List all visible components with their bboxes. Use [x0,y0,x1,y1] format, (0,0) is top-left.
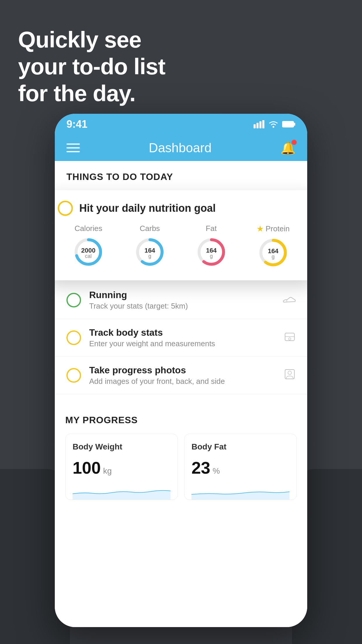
todo-photos-subtitle: Add images of your front, back, and side [89,377,276,386]
svg-rect-3 [262,120,264,128]
progress-section-title: MY PROGRESS [65,415,297,426]
svg-point-25 [289,338,291,340]
shoe-icon [283,294,296,307]
todo-body-stats-title: Track body stats [89,327,276,338]
svg-point-27 [288,371,291,374]
body-fat-card: Body Fat 23 % [184,434,297,500]
nutrition-calories: Calories 2000 cal [72,224,104,268]
headline-line1: Quickly see [18,26,165,53]
navbar: Dashboard 🔔 [55,135,307,161]
svg-rect-2 [259,121,261,128]
status-time: 9:41 [66,118,87,130]
body-fat-chart [191,482,289,500]
todo-running-subtitle: Track your stats (target: 5km) [89,302,275,311]
nutrition-card-title: Hit your daily nutrition goal [79,202,216,214]
svg-text:cal: cal [85,253,92,259]
things-to-do-header: THINGS TO DO TODAY [55,161,307,188]
body-weight-number: 100 [73,458,101,477]
body-fat-number: 23 [191,458,210,477]
todo-running-circle [66,293,81,307]
todo-item-photos[interactable]: Take progress photos Add images of your … [55,357,307,394]
svg-text:g: g [148,253,151,259]
scale-icon [284,331,296,345]
phone-mockup: 9:41 Dashboard � [55,114,307,627]
nutrition-circles: Calories 2000 cal Carbs 164 g [58,224,304,269]
headline-line2: your to-do list [18,53,165,80]
nutrition-protein: ★ Protein 164 g [256,224,289,269]
status-bar: 9:41 [55,114,307,135]
svg-text:g: g [210,253,213,259]
carbs-donut: 164 g [134,236,166,268]
svg-rect-23 [285,333,294,341]
progress-section: MY PROGRESS Body Weight 100 kg [55,403,307,500]
star-icon: ★ [256,224,264,234]
todo-photos-title: Take progress photos [89,365,276,376]
nutrition-card: Hit your daily nutrition goal Calories 2… [55,190,307,280]
todo-photos-text: Take progress photos Add images of your … [89,365,276,386]
svg-text:g: g [272,254,275,260]
nutrition-carbs: Carbs 164 g [134,224,166,268]
bell-button[interactable]: 🔔 [280,141,296,155]
svg-rect-1 [256,123,259,128]
calories-donut: 2000 cal [72,236,104,268]
nutrition-card-header: Hit your daily nutrition goal [58,201,304,216]
todo-body-stats-subtitle: Enter your weight and measurements [89,339,276,348]
todo-list: Running Track your stats (target: 5km) T… [55,281,307,394]
navbar-title: Dashboard [149,141,211,155]
body-weight-chart [73,482,171,500]
wifi-icon [268,120,279,128]
phone-content: THINGS TO DO TODAY Hit your daily nutrit… [55,161,307,627]
body-fat-title: Body Fat [191,442,289,452]
calories-label: Calories [75,224,102,233]
signal-icon [254,120,265,128]
headline: Quickly see your to-do list for the day. [18,26,165,107]
body-weight-unit: kg [103,466,112,476]
todo-running-title: Running [89,290,275,300]
body-weight-title: Body Weight [73,442,171,452]
protein-donut: 164 g [257,237,289,269]
todo-running-text: Running Track your stats (target: 5km) [89,290,275,311]
body-weight-value: 100 kg [73,458,171,477]
body-fat-value: 23 % [191,458,289,477]
battery-icon [282,121,296,128]
protein-label: ★ Protein [256,224,289,234]
svg-rect-0 [254,124,256,128]
fat-label: Fat [206,224,217,233]
progress-cards: Body Weight 100 kg Body Fat [65,434,297,500]
fat-donut: 164 g [195,236,227,268]
hamburger-menu[interactable] [66,144,80,152]
carbs-label: Carbs [140,224,160,233]
person-icon [284,368,296,383]
bell-notification-dot [291,140,297,145]
svg-rect-5 [282,121,294,127]
todo-body-stats-circle [66,330,81,345]
nutrition-fat: Fat 164 g [195,224,227,268]
status-icons [254,120,296,128]
svg-point-4 [273,126,274,128]
svg-rect-6 [294,123,295,126]
todo-photos-circle [66,368,81,383]
todo-body-stats-text: Track body stats Enter your weight and m… [89,327,276,348]
headline-line3: for the day. [18,80,165,107]
todo-item-body-stats[interactable]: Track body stats Enter your weight and m… [55,319,307,357]
body-weight-card: Body Weight 100 kg [65,434,178,500]
nutrition-radio-circle[interactable] [58,201,73,216]
todo-item-running[interactable]: Running Track your stats (target: 5km) [55,281,307,319]
body-fat-unit: % [213,466,220,476]
